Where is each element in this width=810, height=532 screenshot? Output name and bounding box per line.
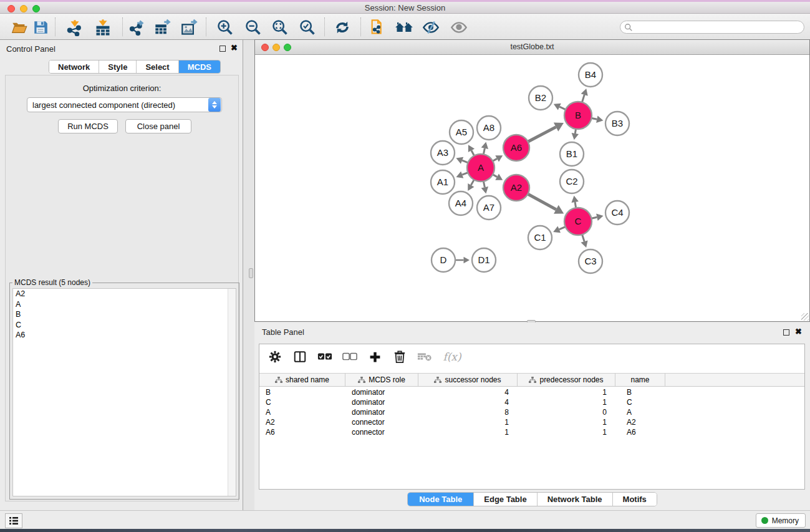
task-history-button[interactable] (5, 513, 22, 528)
graph-node-label: A8 (483, 122, 494, 133)
hide-selected-button[interactable] (422, 18, 440, 37)
column-header-predecessor-nodes[interactable]: predecessor nodes (518, 374, 615, 386)
table-toolbar: f(x) (259, 344, 804, 369)
delete-table-button[interactable] (417, 349, 433, 365)
tab-network-table[interactable]: Network Table (538, 493, 613, 506)
mcds-result-item[interactable]: A2 (13, 289, 236, 299)
gear-icon (268, 350, 282, 364)
zoom-fit-button[interactable] (271, 18, 289, 37)
homes-icon (395, 19, 413, 36)
tab-select[interactable]: Select (137, 60, 178, 73)
network-window-titlebar[interactable]: testGlobe.txt (255, 40, 809, 55)
column-header-MCDS-role[interactable]: MCDS role (345, 374, 418, 386)
deselect-all-rows-button[interactable] (342, 349, 358, 365)
import-network-button[interactable] (65, 18, 84, 37)
tab-style[interactable]: Style (99, 60, 137, 73)
table-cell: 8 (418, 407, 518, 417)
table-row[interactable]: A2connector11A2 (259, 417, 804, 427)
save-session-button[interactable] (31, 18, 50, 37)
import-table-icon (94, 19, 112, 36)
table-cell: 1 (418, 417, 518, 427)
graph-node-label: B (575, 110, 581, 120)
import-table-button[interactable] (94, 18, 112, 37)
import-network-icon (66, 19, 84, 36)
float-panel-icon[interactable] (219, 46, 226, 52)
show-column-button[interactable] (292, 349, 308, 365)
refresh-view-button[interactable] (333, 18, 352, 37)
control-panel-title: Control Panel (6, 44, 55, 54)
column-header-shared-name[interactable]: shared name (259, 374, 345, 386)
table-row[interactable]: Adominator80A (259, 407, 804, 417)
mcds-result-item[interactable]: A (13, 299, 236, 310)
app-window: Session: New Session (0, 0, 810, 532)
list-scrollbar[interactable] (228, 289, 236, 496)
fx-icon: f(x) (443, 351, 461, 363)
criterion-select[interactable]: largest connected component (directed) (27, 97, 222, 112)
session-title: Session: New Session (0, 3, 810, 12)
mcds-panel: Optimization criterion: largest connecte… (5, 75, 239, 501)
graph-edge-arrowhead (571, 196, 578, 203)
search-input[interactable] (633, 23, 804, 32)
window-resize-grip[interactable] (801, 313, 809, 321)
column-header-name[interactable]: name (615, 374, 665, 386)
table-cell: A2 (615, 417, 665, 427)
tab-mcds[interactable]: MCDS (179, 60, 220, 73)
table-row[interactable]: Cdominator41C (259, 397, 804, 407)
close-panel-icon[interactable]: ✖ (231, 43, 238, 52)
control-panel-tabs: Network Style Select MCDS (49, 60, 221, 74)
memory-status-icon (761, 517, 768, 524)
mcds-result-list[interactable]: A2ABCA6 (12, 288, 236, 496)
panel-divider-grip-vertical[interactable] (249, 268, 253, 278)
open-session-button[interactable] (10, 18, 29, 37)
table-row[interactable]: A6connector11A6 (259, 427, 804, 437)
show-all-button[interactable] (450, 18, 468, 37)
delete-columns-button[interactable] (392, 349, 408, 365)
first-neighbors-button[interactable] (395, 18, 413, 37)
close-table-panel-icon[interactable]: ✖ (795, 327, 802, 336)
session-titlebar: Session: New Session (0, 2, 810, 14)
refresh-icon (334, 19, 351, 36)
float-table-panel-icon[interactable] (783, 329, 789, 336)
network-canvas-svg[interactable]: AA1A2A3A4A5A6A7A8BB1B2B3B4CC1C2C3C4DD1 (255, 55, 809, 321)
function-builder-button[interactable]: f(x) (441, 349, 463, 365)
mcds-result-item[interactable]: B (13, 309, 236, 320)
table-cell: A (259, 407, 345, 417)
table-options-button[interactable] (267, 349, 283, 365)
export-network-button[interactable] (127, 18, 146, 37)
memory-button[interactable]: Memory (756, 513, 806, 528)
tab-edge-table[interactable]: Edge Table (474, 493, 537, 506)
zoom-out-button[interactable] (244, 18, 263, 37)
mcds-result-group: MCDS result (5 nodes) A2ABCA6 (9, 283, 239, 500)
table-cell: 1 (518, 397, 615, 407)
network-canvas[interactable]: AA1A2A3A4A5A6A7A8BB1B2B3B4CC1C2C3C4DD1 (255, 55, 809, 321)
export-table-button[interactable] (153, 18, 172, 37)
new-network-from-selection-button[interactable] (369, 18, 387, 37)
graph-node-label: B2 (535, 92, 546, 103)
tab-network[interactable]: Network (49, 60, 99, 73)
export-image-button[interactable] (180, 18, 199, 37)
plus-icon (369, 351, 382, 364)
close-panel-button[interactable]: Close panel (125, 119, 191, 133)
table-row[interactable]: Bdominator41B (259, 387, 804, 397)
table-cell: dominator (345, 387, 418, 397)
tab-motifs[interactable]: Motifs (613, 493, 657, 506)
tab-node-table[interactable]: Node Table (408, 493, 474, 506)
table-cell: 0 (518, 407, 615, 417)
export-network-icon (128, 19, 145, 36)
column-header-label: successor nodes (445, 375, 501, 384)
table-cell: connector (345, 417, 418, 427)
mcds-result-item[interactable]: A6 (13, 330, 236, 341)
select-all-rows-button[interactable] (317, 349, 333, 365)
zoom-in-button[interactable] (216, 18, 234, 37)
column-header-successor-nodes[interactable]: successor nodes (418, 374, 518, 386)
zoom-selected-button[interactable] (298, 18, 317, 37)
run-mcds-button[interactable]: Run MCDS (58, 119, 118, 133)
table-cell: 1 (518, 427, 615, 437)
mcds-result-item[interactable]: C (13, 320, 236, 331)
node-table-box: f(x) shared nameMCDS rolesuccessor nodes… (259, 344, 805, 490)
create-column-button[interactable] (367, 349, 383, 365)
search-field[interactable] (620, 21, 804, 34)
select-stepper-icon (208, 98, 221, 112)
zoom-fit-icon (271, 19, 289, 36)
memory-label: Memory (772, 516, 799, 525)
